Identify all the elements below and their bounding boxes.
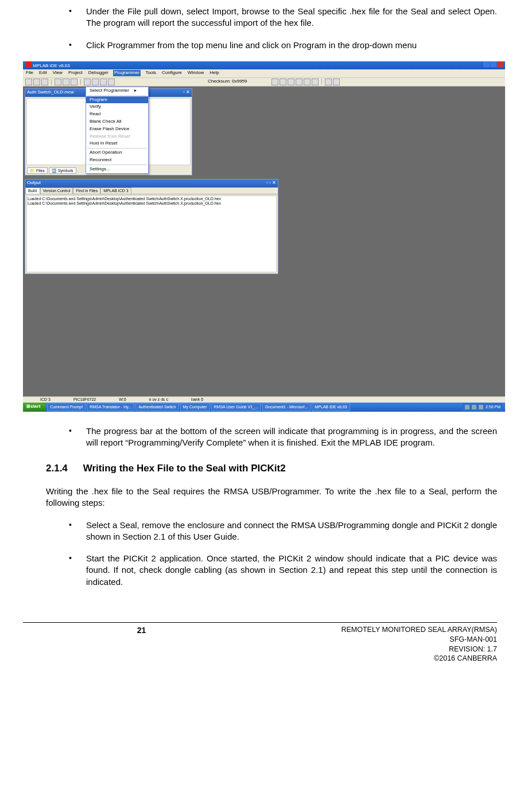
tray-icon[interactable] (465, 405, 469, 409)
taskbar-item[interactable]: Authenticated Switch (135, 403, 178, 411)
dropdown-item-program[interactable]: Program (86, 96, 148, 104)
bullet-text: Start the PICKit 2 application. Once sta… (86, 553, 497, 588)
panel-controls[interactable]: ▫ ✕ (183, 89, 190, 96)
lower-bullet-list: • Select a Seal, remove the enclosure an… (69, 520, 497, 588)
menu-help[interactable]: Help (208, 70, 220, 76)
top-bullet-list: • Under the File pull down, select Impor… (69, 6, 497, 51)
menu-configure[interactable]: Configure (161, 70, 183, 76)
menu-tools[interactable]: Tools (144, 70, 157, 76)
menu-debugger[interactable]: Debugger (87, 70, 110, 76)
menu-programmer[interactable]: Programmer (113, 70, 141, 76)
toolbar-button[interactable] (84, 79, 91, 85)
programmer-dropdown[interactable]: Select Programmer ▸ Program Verify Read … (86, 87, 149, 174)
menu-file[interactable]: File (25, 70, 34, 76)
menu-window[interactable]: Window (187, 70, 205, 76)
tab-version-control[interactable]: Version Control (40, 188, 73, 193)
footer-meta: REMOTELY MONITORED SEAL ARRAY(RMSA) SFG-… (260, 625, 497, 664)
toolbar-button[interactable] (63, 79, 69, 85)
status-item: W:0 (119, 397, 126, 402)
menu-view[interactable]: View (52, 70, 64, 76)
output-titlebar[interactable]: Output ▫ ▫ ✕ (25, 179, 278, 188)
tab-icd3[interactable]: MPLAB ICD 3 (100, 188, 131, 193)
mplab-window: MPLAB IDE v8.63 File Edit View Project D… (23, 61, 505, 412)
bullet-text: Under the File pull down, select Import,… (86, 6, 497, 29)
page-footer: 21 REMOTELY MONITORED SEAL ARRAY(RMSA) S… (23, 622, 497, 664)
start-button[interactable]: ⊞ start (23, 403, 46, 412)
toolbar-button[interactable] (71, 79, 77, 85)
close-icon[interactable] (497, 61, 503, 67)
dropdown-item-select-programmer[interactable]: Select Programmer ▸ (86, 87, 148, 95)
dropdown-item-blank-check[interactable]: Blank Check All (86, 118, 148, 126)
footer-line: REVISION: 1.7 (260, 645, 497, 654)
toolbar-button[interactable] (271, 79, 278, 85)
window-titlebar[interactable]: MPLAB IDE v8.63 (23, 61, 505, 69)
taskbar-item[interactable]: Document1 - Microsof... (262, 403, 311, 411)
list-item: • Start the PICKit 2 application. Once s… (69, 553, 497, 588)
footer-line: SFG-MAN-001 (260, 635, 497, 645)
taskbar-item[interactable]: MPLAB IDE v8.63 (312, 403, 350, 411)
post-screenshot-bullets: • The progress bar at the bottom of the … (69, 425, 497, 449)
dropdown-item-verify[interactable]: Verify (86, 103, 148, 111)
dropdown-item-release-reset: Release from Reset (86, 133, 148, 140)
toolbar-button[interactable] (41, 79, 48, 85)
windows-taskbar[interactable]: ⊞ start Command Prompt RMSA Translator -… (23, 403, 505, 412)
checksum-label: Checksum: 0x9959 (208, 79, 247, 85)
footer-line: REMOTELY MONITORED SEAL ARRAY(RMSA) (260, 625, 497, 635)
toolbar-button[interactable] (304, 79, 311, 85)
menubar[interactable]: File Edit View Project Debugger Programm… (23, 69, 505, 77)
minimize-icon[interactable] (483, 61, 490, 67)
toolbar-button[interactable] (33, 79, 40, 85)
output-tabs[interactable]: Build Version Control Find in Files MPLA… (25, 188, 278, 194)
taskbar-item[interactable]: Command Prompt (47, 403, 86, 411)
list-item: • Click Programmer from the top menu lin… (69, 40, 497, 51)
toolbar-button[interactable] (288, 79, 294, 85)
toolbar-button[interactable] (25, 79, 32, 85)
menu-edit[interactable]: Edit (38, 70, 48, 76)
toolbar[interactable]: Checksum: 0x9959 (23, 77, 505, 87)
taskbar-item[interactable]: RMSA Translator - Hy... (87, 403, 134, 411)
maximize-icon[interactable] (490, 61, 496, 67)
system-tray[interactable]: 2:50 PM (463, 403, 503, 411)
tab-build[interactable]: Build (25, 188, 40, 193)
embedded-screenshot: MPLAB IDE v8.63 File Edit View Project D… (23, 61, 497, 412)
status-item: bank 0 (191, 397, 203, 402)
toolbar-button[interactable] (325, 79, 332, 85)
menu-project[interactable]: Project (67, 70, 84, 76)
tab-find-in-files[interactable]: Find in Files (73, 188, 100, 193)
intro-paragraph: Writing the .hex file to the Seal requir… (46, 486, 497, 509)
dropdown-item-read[interactable]: Read (86, 111, 148, 118)
tab-symbols[interactable]: 🔤 Symbols (49, 167, 76, 174)
toolbar-button[interactable] (92, 79, 99, 85)
window-controls[interactable] (483, 61, 503, 69)
bullet-icon: • (69, 553, 86, 588)
panel-controls[interactable]: ▫ ▫ ✕ (266, 180, 276, 187)
tab-files[interactable]: 📁 Files (27, 167, 48, 174)
log-line: Loaded C:\Documents and Settings\Admin\D… (28, 197, 275, 201)
status-item: ICD 3 (40, 397, 51, 402)
taskbar-item[interactable]: RMSA User Guide V1_... (211, 403, 261, 411)
list-item: • Under the File pull down, select Impor… (69, 6, 497, 29)
tray-icon[interactable] (472, 405, 476, 409)
taskbar-item[interactable]: My Computer (180, 403, 210, 411)
toolbar-button[interactable] (333, 79, 340, 85)
output-log[interactable]: Loaded C:\Documents and Settings\Admin\D… (26, 196, 277, 272)
dropdown-item-reconnect[interactable]: Reconnect (86, 157, 148, 164)
dropdown-item-erase[interactable]: Erase Flash Device (86, 126, 148, 133)
toolbar-button[interactable] (55, 79, 61, 85)
toolbar-button[interactable] (312, 79, 319, 85)
window-title: MPLAB IDE v8.63 (33, 63, 69, 68)
bullet-icon: • (69, 425, 86, 449)
toolbar-button[interactable] (296, 79, 302, 85)
app-icon (26, 61, 32, 67)
dropdown-item-settings[interactable]: Settings... (86, 166, 148, 173)
toolbar-button[interactable] (108, 79, 115, 85)
dropdown-item-abort[interactable]: Abort Operation (86, 149, 148, 157)
list-item: • The progress bar at the bottom of the … (69, 425, 497, 449)
tray-icon[interactable] (479, 405, 483, 409)
toolbar-button[interactable] (100, 79, 107, 85)
dropdown-item-hold-reset[interactable]: Hold In Reset (86, 140, 148, 147)
separator-icon (51, 79, 52, 85)
bullet-icon: • (69, 6, 86, 29)
toolbar-button[interactable] (280, 79, 286, 85)
separator-icon (80, 79, 81, 85)
